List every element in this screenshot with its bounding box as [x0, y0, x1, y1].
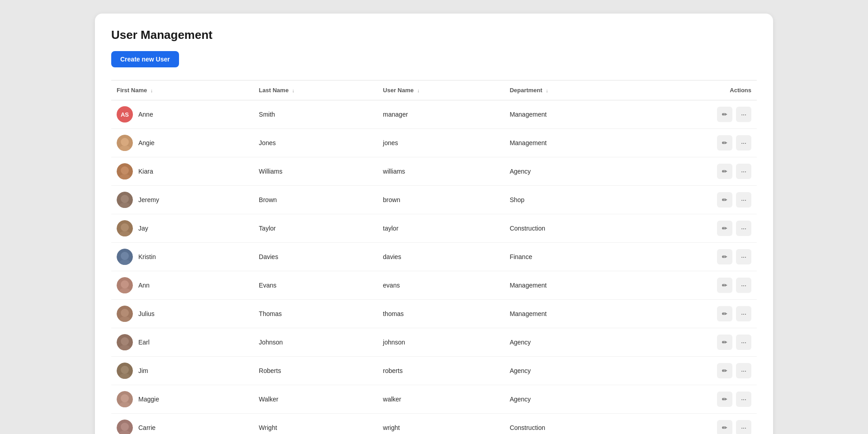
svg-point-29: [121, 394, 129, 402]
cell-actions: ✏···: [636, 414, 757, 434]
cell-lastname: Wright: [254, 414, 377, 434]
cell-department: Agency: [504, 385, 636, 414]
table-row: CarrieWrightwrightConstruction✏···: [111, 414, 757, 434]
edit-button[interactable]: ✏: [717, 306, 732, 321]
edit-button[interactable]: ✏: [717, 363, 732, 378]
edit-button[interactable]: ✏: [717, 249, 732, 264]
more-options-button[interactable]: ···: [736, 221, 751, 236]
cell-firstname: Kiara: [111, 157, 254, 186]
edit-button[interactable]: ✏: [717, 278, 732, 293]
cell-lastname: Brown: [254, 186, 377, 214]
edit-button[interactable]: ✏: [717, 335, 732, 350]
svg-point-8: [121, 195, 129, 203]
cell-department: Agency: [504, 157, 636, 186]
table-row: JeremyBrownbrownShop✏···: [111, 186, 757, 214]
cell-firstname: Angie: [111, 129, 254, 157]
cell-username: roberts: [377, 357, 504, 385]
more-options-button[interactable]: ···: [736, 192, 751, 208]
svg-point-20: [121, 309, 129, 317]
cell-username: walker: [377, 385, 504, 414]
more-options-button[interactable]: ···: [736, 363, 751, 378]
edit-button[interactable]: ✏: [717, 221, 732, 236]
table-row: JimRobertsrobertsAgency✏···: [111, 357, 757, 385]
more-options-button[interactable]: ···: [736, 392, 751, 407]
sort-arrow-lastname[interactable]: ↓: [292, 88, 295, 93]
cell-actions: ✏···: [636, 129, 757, 157]
avatar: [117, 420, 133, 434]
cell-department: Construction: [504, 214, 636, 243]
table-row: KiaraWilliamswilliamsAgency✏···: [111, 157, 757, 186]
avatar: [117, 277, 133, 293]
table-row: KristinDaviesdaviesFinance✏···: [111, 243, 757, 271]
avatar: [117, 135, 133, 151]
edit-button[interactable]: ✏: [717, 164, 732, 179]
edit-button[interactable]: ✏: [717, 420, 732, 434]
svg-point-2: [121, 138, 129, 146]
avatar: [117, 391, 133, 407]
cell-firstname: ASAnne: [111, 100, 254, 129]
cell-firstname: Ann: [111, 271, 254, 300]
edit-button[interactable]: ✏: [717, 392, 732, 407]
create-new-user-button[interactable]: Create new User: [111, 51, 179, 67]
cell-firstname: Earl: [111, 328, 254, 357]
cell-username: taylor: [377, 214, 504, 243]
cell-actions: ✏···: [636, 357, 757, 385]
cell-actions: ✏···: [636, 385, 757, 414]
more-options-button[interactable]: ···: [736, 306, 751, 321]
cell-lastname: Williams: [254, 157, 377, 186]
table-row: EarlJohnsonjohnsonAgency✏···: [111, 328, 757, 357]
table-header-row: First Name ↓ Last Name ↓ User Name ↓ Dep…: [111, 80, 757, 100]
cell-department: Finance: [504, 243, 636, 271]
cell-username: williams: [377, 157, 504, 186]
more-options-button[interactable]: ···: [736, 107, 751, 122]
svg-point-32: [121, 423, 129, 431]
table-row: MaggieWalkerwalkerAgency✏···: [111, 385, 757, 414]
cell-firstname: Jim: [111, 357, 254, 385]
cell-lastname: Walker: [254, 385, 377, 414]
avatar: [117, 192, 133, 208]
svg-point-23: [121, 337, 129, 345]
cell-department: Construction: [504, 414, 636, 434]
cell-actions: ✏···: [636, 157, 757, 186]
svg-point-11: [121, 223, 129, 231]
col-header-actions: Actions: [636, 80, 757, 100]
more-options-button[interactable]: ···: [736, 420, 751, 434]
more-options-button[interactable]: ···: [736, 335, 751, 350]
sort-arrow-username[interactable]: ↓: [417, 88, 420, 93]
cell-firstname: Kristin: [111, 243, 254, 271]
col-header-department: Department ↓: [504, 80, 636, 100]
cell-actions: ✏···: [636, 271, 757, 300]
cell-lastname: Jones: [254, 129, 377, 157]
table-row: ASAnneSmithmanagerManagement✏···: [111, 100, 757, 129]
cell-actions: ✏···: [636, 328, 757, 357]
cell-department: Management: [504, 129, 636, 157]
more-options-button[interactable]: ···: [736, 249, 751, 264]
edit-button[interactable]: ✏: [717, 135, 732, 151]
table-row: AnnEvansevansManagement✏···: [111, 271, 757, 300]
cell-firstname: Carrie: [111, 414, 254, 434]
more-options-button[interactable]: ···: [736, 278, 751, 293]
edit-button[interactable]: ✏: [717, 192, 732, 208]
cell-username: johnson: [377, 328, 504, 357]
cell-lastname: Davies: [254, 243, 377, 271]
cell-lastname: Smith: [254, 100, 377, 129]
cell-actions: ✏···: [636, 214, 757, 243]
user-management-card: User Management Create new User First Na…: [95, 14, 773, 434]
cell-firstname: Jay: [111, 214, 254, 243]
page-title: User Management: [111, 28, 757, 42]
svg-point-26: [121, 366, 129, 374]
cell-department: Management: [504, 300, 636, 328]
avatar: [117, 306, 133, 322]
sort-arrow-department[interactable]: ↓: [546, 88, 548, 93]
cell-actions: ✏···: [636, 243, 757, 271]
svg-point-5: [121, 166, 129, 175]
cell-lastname: Evans: [254, 271, 377, 300]
sort-arrow-firstname[interactable]: ↓: [151, 88, 153, 93]
col-header-firstname: First Name ↓: [111, 80, 254, 100]
cell-department: Shop: [504, 186, 636, 214]
more-options-button[interactable]: ···: [736, 164, 751, 179]
edit-button[interactable]: ✏: [717, 107, 732, 122]
table-row: AngieJonesjonesManagement✏···: [111, 129, 757, 157]
more-options-button[interactable]: ···: [736, 135, 751, 151]
users-table: First Name ↓ Last Name ↓ User Name ↓ Dep…: [111, 80, 757, 434]
